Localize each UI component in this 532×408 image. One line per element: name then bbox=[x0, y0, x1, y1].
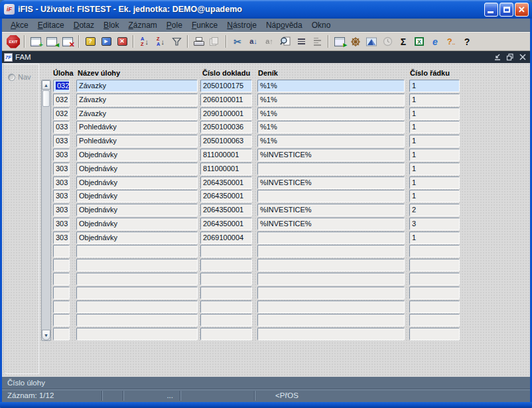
browser-icon[interactable]: e bbox=[427, 34, 443, 49]
cell-radek[interactable] bbox=[409, 245, 460, 257]
cell-radek[interactable]: 1 bbox=[409, 94, 460, 106]
menu-item-okno[interactable]: Okno bbox=[307, 19, 336, 31]
cell-nazev[interactable] bbox=[76, 245, 198, 257]
mdi-minimize-button[interactable] bbox=[492, 52, 503, 62]
cell-nazev[interactable]: Pohledávky bbox=[76, 135, 198, 147]
exit-icon[interactable]: EXIT bbox=[5, 34, 21, 49]
menu-item-napoveda[interactable]: Nápověda bbox=[261, 19, 307, 31]
cell-uloha[interactable]: 032 bbox=[53, 107, 70, 120]
cell-radek[interactable]: 1 bbox=[409, 135, 460, 147]
nav-radio-button[interactable]: Nav bbox=[8, 73, 31, 81]
cell-uloha[interactable]: 303 bbox=[53, 176, 70, 189]
cell-nazev[interactable] bbox=[76, 314, 198, 326]
record-scrollbar[interactable]: ▲ ▼ bbox=[41, 80, 51, 341]
cell-radek[interactable] bbox=[409, 259, 460, 271]
cell-doklad[interactable]: 2050100036 bbox=[200, 121, 252, 133]
menu-item-akce[interactable]: Akce bbox=[6, 19, 33, 31]
cell-nazev[interactable]: Objednávky bbox=[76, 232, 198, 244]
cell-doklad[interactable]: 2090100001 bbox=[200, 107, 252, 120]
cell-radek[interactable]: 2 bbox=[409, 204, 460, 216]
cell-denik[interactable] bbox=[257, 328, 405, 340]
context-help-icon[interactable]: ?.. bbox=[443, 34, 459, 49]
cell-radek[interactable] bbox=[409, 328, 460, 340]
mdi-window-titlebar[interactable]: 7F FAM bbox=[2, 51, 530, 63]
menu-item-zaznam[interactable]: Záznam bbox=[123, 19, 161, 31]
cell-uloha[interactable]: 303 bbox=[53, 232, 70, 244]
cell-uloha[interactable]: 032 bbox=[53, 80, 70, 92]
menu-item-editace[interactable]: Editace bbox=[33, 19, 69, 31]
cell-denik[interactable] bbox=[257, 287, 405, 299]
cell-denik[interactable]: %INVESTICE% bbox=[257, 204, 405, 216]
cell-radek[interactable]: 1 bbox=[409, 80, 460, 92]
cell-denik[interactable]: %1% bbox=[257, 121, 405, 133]
cell-doklad[interactable]: 2069100004 bbox=[200, 232, 252, 244]
cell-nazev[interactable]: Závazky bbox=[76, 80, 198, 92]
cell-uloha[interactable] bbox=[53, 287, 70, 299]
sort-asc-icon[interactable]: AZ↓ bbox=[137, 34, 153, 49]
cell-doklad[interactable]: 2050100175 bbox=[200, 80, 252, 92]
cell-radek[interactable]: 1 bbox=[409, 176, 460, 189]
cell-denik[interactable]: %1% bbox=[257, 94, 405, 106]
cell-denik[interactable] bbox=[257, 163, 405, 175]
cell-denik[interactable]: %INVESTICE% bbox=[257, 176, 405, 189]
cell-uloha[interactable]: 303 bbox=[53, 149, 70, 161]
cell-nazev[interactable]: Objednávky bbox=[76, 204, 198, 216]
scrollbar-thumb[interactable] bbox=[42, 90, 50, 107]
cell-denik[interactable]: %INVESTICE% bbox=[257, 149, 405, 161]
scrollbar-up-button[interactable]: ▲ bbox=[42, 80, 50, 90]
cell-nazev[interactable]: Objednávky bbox=[76, 176, 198, 189]
copy-record-icon[interactable]: ◂ bbox=[44, 34, 60, 49]
delete-record-icon[interactable]: ✕ bbox=[60, 34, 76, 49]
cell-doklad[interactable] bbox=[200, 273, 252, 285]
cell-nazev[interactable]: Závazky bbox=[76, 94, 198, 106]
insert-record-icon[interactable]: + bbox=[28, 34, 44, 49]
cell-radek[interactable]: 1 bbox=[409, 190, 460, 202]
cell-nazev[interactable]: Pohledávky bbox=[76, 121, 198, 133]
cell-nazev[interactable] bbox=[76, 287, 198, 299]
sort-desc-icon[interactable]: ZA↓ bbox=[153, 34, 168, 49]
cell-denik[interactable] bbox=[257, 301, 405, 313]
menu-item-blok[interactable]: Blok bbox=[99, 19, 123, 31]
menu-item-funkce[interactable]: Funkce bbox=[187, 19, 222, 31]
cell-doklad[interactable]: 2064350001 bbox=[200, 204, 252, 216]
cell-uloha[interactable]: 033 bbox=[53, 121, 70, 133]
cell-radek[interactable] bbox=[409, 273, 460, 285]
cell-nazev[interactable]: Objednávky bbox=[76, 190, 198, 202]
cell-doklad[interactable]: 2064350001 bbox=[200, 176, 252, 189]
cell-radek[interactable] bbox=[409, 287, 460, 299]
title-bar[interactable]: iF iFIS - Uživatel: FISTEST - Ek. jednot… bbox=[0, 0, 532, 19]
cell-nazev[interactable] bbox=[76, 273, 198, 285]
cancel-query-icon[interactable]: ✕ bbox=[114, 34, 130, 49]
cell-radek[interactable]: 1 bbox=[409, 232, 460, 244]
cell-doklad[interactable]: 2064350001 bbox=[200, 218, 252, 230]
cell-denik[interactable] bbox=[257, 232, 405, 244]
cell-doklad[interactable] bbox=[200, 245, 252, 257]
cell-doklad[interactable] bbox=[200, 301, 252, 313]
cell-uloha[interactable]: 303 bbox=[53, 163, 70, 175]
excel-icon[interactable]: X bbox=[411, 34, 427, 49]
cell-nazev[interactable]: Závazky bbox=[76, 107, 198, 120]
cell-denik[interactable]: %INVESTICE% bbox=[257, 218, 405, 230]
filter-icon[interactable] bbox=[168, 34, 184, 49]
cell-doklad[interactable]: 2060100011 bbox=[200, 94, 252, 106]
cell-doklad[interactable]: 811000001 bbox=[200, 163, 252, 175]
editor-icon[interactable] bbox=[293, 34, 309, 49]
cell-radek[interactable]: 1 bbox=[409, 163, 460, 175]
cell-uloha[interactable]: 303 bbox=[53, 218, 70, 230]
minimize-button[interactable] bbox=[484, 3, 498, 17]
cell-radek[interactable]: 1 bbox=[409, 121, 460, 133]
mdi-close-button[interactable] bbox=[517, 52, 528, 62]
cell-nazev[interactable]: Objednávky bbox=[76, 218, 198, 230]
cell-uloha[interactable]: 032 bbox=[53, 94, 70, 106]
cell-doklad[interactable] bbox=[200, 259, 252, 271]
cell-denik[interactable] bbox=[257, 314, 405, 326]
cell-nazev[interactable]: Objednávky bbox=[76, 163, 198, 175]
cell-denik[interactable]: %1% bbox=[257, 80, 405, 92]
cell-denik[interactable]: %1% bbox=[257, 107, 405, 120]
cell-radek[interactable] bbox=[409, 314, 460, 326]
cell-doklad[interactable] bbox=[200, 328, 252, 340]
cell-nazev[interactable] bbox=[76, 328, 198, 340]
cell-uloha[interactable]: 303 bbox=[53, 204, 70, 216]
cell-nazev[interactable] bbox=[76, 301, 198, 313]
cell-radek[interactable]: 1 bbox=[409, 107, 460, 120]
